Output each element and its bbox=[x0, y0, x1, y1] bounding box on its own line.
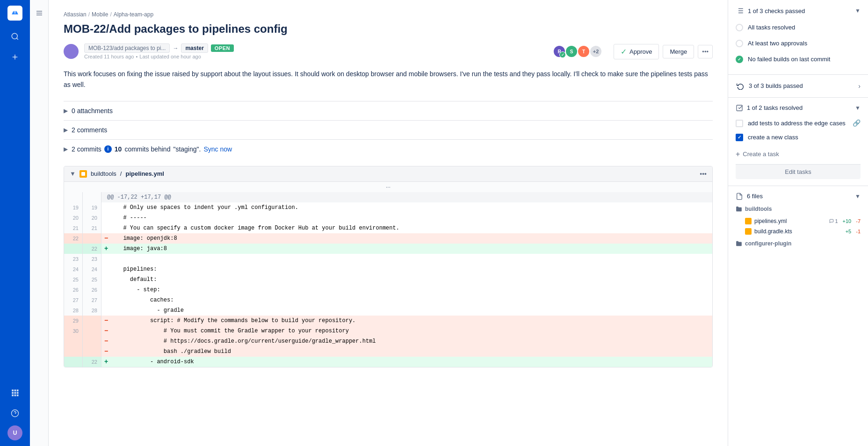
svg-rect-7 bbox=[12, 392, 14, 394]
check-approvals-label: At least two approvals bbox=[748, 39, 807, 48]
files-doc-icon bbox=[736, 193, 743, 200]
approve-button[interactable]: ✓ Approve bbox=[614, 44, 659, 59]
diff-file-icon bbox=[80, 170, 87, 178]
breadcrumb-app[interactable]: Alpha-team-app bbox=[114, 11, 153, 18]
pipelines-comments: 1 bbox=[829, 218, 838, 224]
tasks-header[interactable]: 1 of 2 tasks resolved ▼ bbox=[736, 104, 861, 112]
sidebar-item-create[interactable] bbox=[7, 49, 23, 65]
breadcrumb-mobile[interactable]: Mobile bbox=[92, 11, 108, 18]
reviewer-group: R S T +2 bbox=[553, 45, 602, 58]
attachments-header[interactable]: ▶ 0 attachments bbox=[64, 107, 713, 115]
svg-rect-9 bbox=[17, 392, 19, 394]
create-task-button[interactable]: + Create a task bbox=[736, 148, 861, 160]
diff-line: 27 27 caches: bbox=[64, 295, 712, 305]
pr-meta: MOB-123/add packages to pi... → master O… bbox=[64, 43, 713, 59]
breadcrumb-atlassian[interactable]: Atlassian bbox=[64, 11, 87, 18]
diff-file: pipelines.yml bbox=[125, 170, 164, 177]
attachments-chevron-icon: ▶ bbox=[64, 108, 68, 114]
pipelines-file-name: pipelines.yml bbox=[754, 218, 826, 224]
info-icon: i bbox=[104, 145, 112, 153]
file-item-pipelines[interactable]: pipelines.yml 1 +10 -7 bbox=[736, 216, 861, 226]
sync-now-link[interactable]: Sync now bbox=[203, 145, 232, 153]
create-task-plus-icon: + bbox=[736, 150, 740, 158]
files-chevron-icon: ▼ bbox=[855, 193, 861, 200]
reviewer-count[interactable]: +2 bbox=[589, 45, 602, 58]
diff-line: 25 25 default: bbox=[64, 274, 712, 285]
pipelines-added: +10 bbox=[843, 218, 852, 224]
check-item-builds: No failed builds on last commit bbox=[736, 51, 861, 67]
svg-rect-25 bbox=[737, 105, 742, 111]
task-item-1: add tests to address the edge cases 🔗 bbox=[736, 116, 861, 130]
task-1-checkbox[interactable] bbox=[736, 120, 743, 127]
check-builds-label: No failed builds on last commit bbox=[748, 55, 830, 64]
pr-status-badge: OPEN bbox=[211, 44, 234, 52]
diff-ellipsis: ··· bbox=[64, 182, 712, 192]
code-diff: ▼ buildtools / pipelines.yml ••• ··· @@ bbox=[64, 166, 713, 367]
svg-rect-12 bbox=[17, 395, 19, 396]
gradle-removed: -1 bbox=[856, 229, 861, 234]
attachments-section: ▶ 0 attachments bbox=[64, 101, 713, 120]
folder-configurer: configurer-plugin bbox=[736, 240, 861, 247]
diff-line-added: 22 + image: java:8 bbox=[64, 244, 712, 254]
edit-tasks-button[interactable]: Edit tasks bbox=[736, 164, 861, 179]
task-2-checkbox[interactable] bbox=[736, 134, 743, 141]
tasks-checkbox-icon bbox=[736, 104, 743, 112]
commits-header[interactable]: ▶ 2 commits i 10 commits behind "staging… bbox=[64, 145, 713, 153]
svg-rect-4 bbox=[12, 389, 14, 391]
svg-point-0 bbox=[12, 33, 17, 39]
comments-header[interactable]: ▶ 2 comments bbox=[64, 126, 713, 134]
commits-label: 2 commits bbox=[72, 145, 101, 153]
diff-collapse-icon[interactable]: ▼ bbox=[70, 170, 76, 177]
approve-check-icon: ✓ bbox=[621, 47, 627, 56]
merge-button[interactable]: Merge bbox=[663, 45, 694, 58]
more-button[interactable]: ••• bbox=[698, 45, 713, 58]
reviewer-avatar-3[interactable]: T bbox=[577, 45, 590, 58]
svg-rect-5 bbox=[14, 389, 16, 391]
task-1-label: add tests to address the edge cases bbox=[748, 119, 848, 128]
comments-chevron-icon: ▶ bbox=[64, 127, 68, 133]
comment-icon bbox=[829, 219, 834, 223]
branch-to: master bbox=[181, 43, 208, 53]
gradle-file-icon bbox=[745, 228, 752, 235]
check-item-tasks: All tasks resolved bbox=[736, 20, 861, 36]
user-avatar[interactable]: U bbox=[7, 425, 22, 440]
diff-hunk-header: @@ -17,22 +17,17 @@ bbox=[64, 192, 712, 202]
builds-section: 3 of 3 builds passed › bbox=[728, 75, 868, 98]
tasks-section: 1 of 2 tasks resolved ▼ add tests to add… bbox=[728, 98, 868, 186]
pr-branch-info: MOB-123/add packages to pi... → master O… bbox=[84, 43, 547, 59]
action-buttons: ✓ Approve Merge ••• bbox=[614, 44, 713, 59]
code-diff-header: ▼ buildtools / pipelines.yml ••• bbox=[64, 166, 712, 182]
nav-menu-button[interactable] bbox=[32, 6, 47, 21]
right-sidebar: 1 of 3 checks passed ▼ All tasks resolve… bbox=[728, 0, 868, 446]
builds-arrow-icon[interactable]: › bbox=[858, 82, 861, 90]
diff-menu-icon[interactable]: ••• bbox=[700, 170, 707, 178]
breadcrumb: Atlassian / Mobile / Alpha-team-app bbox=[64, 11, 713, 18]
task-1-link-icon[interactable]: 🔗 bbox=[853, 119, 861, 127]
sidebar-logo[interactable] bbox=[7, 6, 22, 21]
folder-icon bbox=[736, 206, 742, 212]
commits-behind-count: 10 bbox=[115, 145, 122, 153]
commits-section: ▶ 2 commits i 10 commits behind "staging… bbox=[64, 139, 713, 158]
gradle-file-name: build.gradle.kts bbox=[754, 228, 841, 235]
files-header[interactable]: 6 files ▼ bbox=[736, 193, 861, 200]
checks-header[interactable]: 1 of 3 checks passed ▼ bbox=[736, 7, 861, 15]
tasks-chevron-icon: ▼ bbox=[855, 105, 861, 111]
check-builds-icon bbox=[736, 56, 743, 63]
reviewer-avatar-1[interactable]: R bbox=[553, 45, 566, 58]
attachments-label: 0 attachments bbox=[72, 107, 113, 115]
check-tasks-icon bbox=[736, 24, 743, 31]
sidebar-item-apps[interactable] bbox=[7, 384, 23, 401]
sidebar-item-search[interactable] bbox=[7, 28, 23, 45]
diff-line-added: 22 + - android-sdk bbox=[64, 357, 712, 367]
sidebar-item-help[interactable] bbox=[7, 405, 23, 422]
file-item-gradle[interactable]: build.gradle.kts +5 -1 bbox=[736, 226, 861, 237]
branch-from: MOB-123/add packages to pi... bbox=[84, 43, 170, 53]
pipelines-removed: -7 bbox=[856, 218, 861, 224]
svg-rect-6 bbox=[17, 389, 19, 391]
diff-line: 24 24 pipelines: bbox=[64, 264, 712, 274]
nav-panel bbox=[30, 0, 49, 446]
diff-line: 21 21 # You can specify a custom docker … bbox=[64, 223, 712, 233]
diff-line-removed: 22 − image: openjdk:8 bbox=[64, 233, 712, 244]
reviewer-avatar-2[interactable]: S bbox=[565, 45, 578, 58]
svg-rect-11 bbox=[14, 395, 16, 396]
